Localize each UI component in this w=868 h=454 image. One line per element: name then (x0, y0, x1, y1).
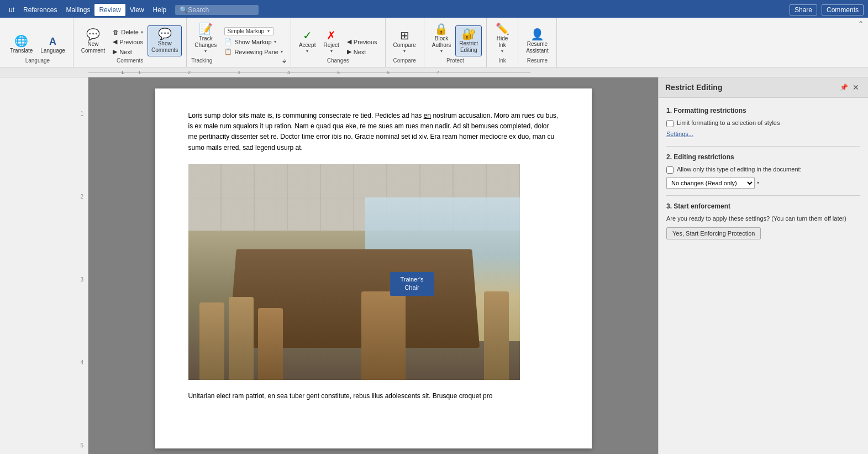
tracking-column: Simple Markup ▾ 📄 Show Markup ▾ 📋 Review… (221, 26, 286, 56)
ribbon-btn-accept[interactable]: ✓ Accept ▾ (296, 28, 319, 56)
block-authors-arrow: ▾ (440, 49, 443, 54)
comments-group-label: Comments (117, 56, 143, 65)
settings-link[interactable]: Settings... (666, 131, 860, 137)
hide-ink-icon: ✏️ (496, 23, 509, 34)
search-icon: 🔍 (180, 6, 188, 14)
menu-item-mailings[interactable]: Mailings (61, 4, 94, 16)
section1-checkbox-row: Limit formatting to a selection of style… (666, 119, 860, 127)
ribbon-items-protect: 🔒 BlockAuthors ▾ 🔐 RestrictEditing (429, 20, 482, 56)
doc-area[interactable]: Loris sump dolor sits mate is, is commun… (88, 77, 658, 454)
panel-close-button[interactable]: ✕ (850, 82, 861, 93)
reviewing-pane-arrow: ▾ (281, 49, 283, 54)
menu-item-review[interactable]: Review (94, 4, 125, 16)
show-markup-arrow: ▾ (274, 39, 276, 44)
ribbon-btn-restrict-editing[interactable]: 🔐 RestrictEditing (455, 25, 482, 56)
margin-num-2: 2 (80, 194, 83, 276)
ribbon-group-changes: ✓ Accept ▾ ✗ Reject ▾ ◀ Previous ▶ Next (291, 18, 386, 67)
margin-num-1: 1 (80, 111, 83, 194)
ribbon-items-comments: 💬 NewComment 🗑 Delete ▾ ◀ Previous ▶ Nex… (78, 20, 182, 56)
simple-markup-arrow: ▾ (266, 29, 271, 34)
ribbon-btn-reject[interactable]: ✗ Reject ▾ (320, 28, 342, 56)
ribbon-btn-delete[interactable]: 🗑 Delete ▾ (109, 28, 146, 36)
chairs-row (199, 280, 509, 380)
chair-3 (258, 308, 283, 380)
share-button[interactable]: Share (790, 4, 817, 15)
ribbon-btn-next-change[interactable]: ▶ Next (344, 47, 381, 56)
tracking-expand-icon[interactable]: ⬙ (282, 58, 286, 64)
language-group-label: Language (25, 56, 50, 65)
section3-text: Are you ready to apply these settings? (… (666, 215, 860, 223)
simple-markup-combo[interactable]: Simple Markup ▾ (224, 27, 273, 35)
ribbon-group-protect: 🔒 BlockAuthors ▾ 🔐 RestrictEditing Prote… (424, 18, 487, 67)
ribbon-btn-next[interactable]: ▶ Next (109, 47, 146, 56)
panel-body: 1. Formatting restrictions Limit formatt… (659, 98, 868, 454)
chair-2 (229, 297, 254, 380)
margin-num-3: 3 (80, 276, 83, 359)
ribbon-items-tracking: 📝 TrackChanges ▾ Simple Markup ▾ 📄 Show … (191, 20, 286, 56)
menu-item-references[interactable]: References (19, 4, 61, 16)
editing-type-dropdown[interactable]: No changes (Read only) (666, 178, 755, 189)
ribbon-btn-block-authors[interactable]: 🔒 BlockAuthors ▾ (429, 21, 454, 56)
ribbon-btn-resume-assistant[interactable]: 👤 ResumeAssistant (523, 27, 552, 56)
left-margin: 1 2 3 4 5 (0, 77, 88, 454)
delete-nav-column: 🗑 Delete ▾ ◀ Previous ▶ Next (109, 28, 146, 56)
ribbon-btn-reviewing-pane[interactable]: 📋 Reviewing Pane ▾ (221, 47, 286, 56)
menu-bar: ut References Mailings Review View Help … (0, 2, 868, 18)
previous-icon: ◀ (113, 38, 117, 45)
ribbon-group-comments: 💬 NewComment 🗑 Delete ▾ ◀ Previous ▶ Nex… (73, 18, 187, 67)
new-comment-icon: 💬 (86, 29, 100, 40)
ribbon-btn-compare[interactable]: ⊞ Compare ▾ (390, 28, 419, 56)
ribbon-items-resume: 👤 ResumeAssistant (523, 20, 552, 56)
ribbon-btn-previous-change[interactable]: ◀ Previous (344, 37, 381, 46)
block-authors-icon: 🔒 (434, 23, 448, 34)
ribbon-items-language: 🌐 Translate A Language (7, 20, 69, 56)
ribbon-btn-language[interactable]: A Language (37, 34, 69, 56)
ribbon-btn-simple-markup[interactable]: Simple Markup ▾ (221, 26, 286, 36)
search-input[interactable] (188, 6, 254, 14)
ribbon-btn-show-comments[interactable]: 💬 ShowComments (148, 25, 182, 56)
chair-4 (361, 291, 406, 380)
section-divider-2 (666, 195, 860, 196)
search-box[interactable]: 🔍 (175, 5, 259, 15)
panel-header: Restrict Editing 📌 ✕ (659, 77, 868, 98)
ribbon-btn-show-markup[interactable]: 📄 Show Markup ▾ (221, 37, 286, 46)
section2-header: 2. Editing restrictions (666, 153, 860, 161)
ribbon-btn-track-changes[interactable]: 📝 TrackChanges ▾ (191, 21, 220, 56)
comments-button[interactable]: Comments (822, 4, 864, 15)
ruler-content: L 1 2 3 4 5 6 7 (88, 67, 530, 77)
ribbon-btn-new-comment[interactable]: 💬 NewComment (78, 27, 108, 56)
menu-item-view[interactable]: View (125, 4, 149, 16)
margin-num-5: 5 (80, 442, 83, 454)
menu-item-help[interactable]: Help (149, 4, 171, 16)
resume-group-label: Resume (527, 56, 548, 65)
delete-dropdown-arrow: ▾ (141, 30, 143, 35)
compare-icon: ⊞ (400, 30, 409, 41)
previous-change-icon: ◀ (347, 38, 351, 45)
underline-text: en (424, 112, 431, 119)
translate-icon: 🌐 (14, 35, 28, 46)
panel-title: Restrict Editing (665, 83, 722, 92)
ribbon-btn-hide-ink[interactable]: ✏️ HideInk ▾ (491, 21, 513, 56)
ribbon-collapse-btn[interactable]: ⌃ (856, 18, 866, 67)
resume-assistant-icon: 👤 (530, 29, 544, 40)
next-icon: ▶ (113, 48, 117, 55)
enforce-protection-button[interactable]: Yes, Start Enforcing Protection (666, 227, 761, 239)
panel-header-actions: 📌 ✕ (840, 82, 861, 93)
show-markup-icon: 📄 (224, 38, 232, 45)
ribbon-btn-previous[interactable]: ◀ Previous (109, 37, 146, 46)
section2-checkbox[interactable] (666, 166, 674, 174)
ribbon-group-ink: ✏️ HideInk ▾ Ink (487, 18, 518, 67)
right-actions: Share Comments (790, 4, 864, 15)
protect-group-label: Protect (446, 56, 464, 65)
section1-checkbox[interactable] (666, 120, 674, 127)
menu-item-ut[interactable]: ut (4, 4, 19, 16)
ribbon-btn-translate[interactable]: 🌐 Translate (7, 33, 36, 56)
margin-num-4: 4 (80, 359, 83, 442)
reject-arrow: ▾ (330, 49, 333, 54)
trainer-chair-label: Trainer'sChair (390, 272, 434, 296)
restrict-editing-panel: Restrict Editing 📌 ✕ 1. Formatting restr… (658, 77, 868, 454)
margin-numbers: 1 2 3 4 5 (80, 77, 83, 454)
tracking-group-label: Tracking (191, 56, 212, 65)
panel-pin-button[interactable]: 📌 (840, 84, 848, 91)
hide-ink-arrow: ▾ (501, 49, 503, 54)
